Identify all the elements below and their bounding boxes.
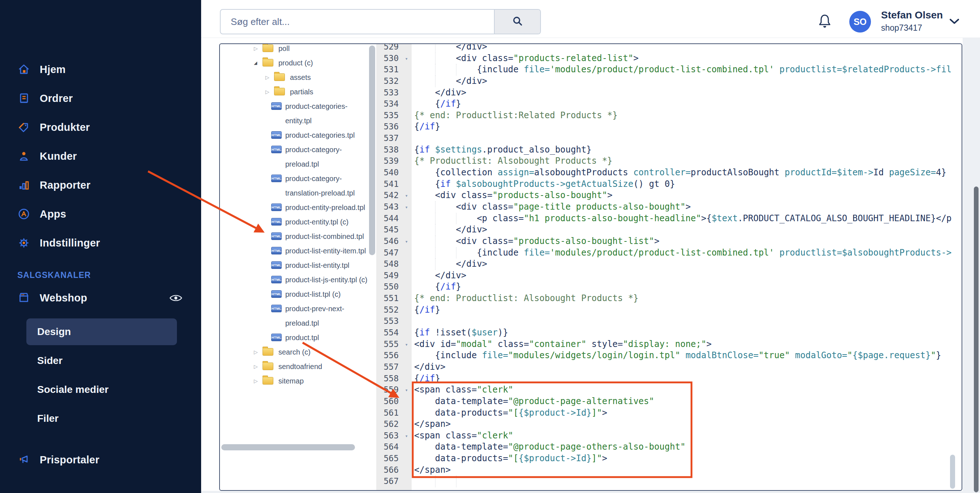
tree-node-product-list-tpl-c[interactable]: HTMLproduct-list.tpl (c)	[220, 287, 371, 302]
tree-node-product-list-combined-tpl[interactable]: HTMLproduct-list-combined.tpl	[220, 229, 371, 244]
sidebar-item-webshop[interactable]: Webshop	[0, 283, 201, 312]
sidebar-item-indstillinger[interactable]: Indstillinger	[0, 228, 201, 257]
expand-arrow-icon[interactable]: ▷	[266, 70, 274, 85]
storefront-icon	[18, 291, 30, 304]
code-line-544[interactable]: <p class="h1 products-also-bought-headli…	[414, 213, 962, 225]
sidebar-item-sider[interactable]: Sider	[0, 347, 201, 376]
code-line-549[interactable]: </div>	[414, 270, 962, 282]
code-line-530[interactable]: <div class="products-related-list">	[414, 53, 962, 64]
fold-arrow-icon[interactable]: ▾	[405, 53, 408, 65]
expand-arrow-icon[interactable]: ▷	[266, 85, 274, 99]
sidebar-item-rapporter[interactable]: Rapporter	[0, 171, 201, 199]
code-line-536[interactable]: {/if}	[414, 121, 962, 132]
notifications-bell-icon[interactable]	[818, 13, 832, 30]
tree-node-product-entity-preload-tpl[interactable]: HTMLproduct-entity-preload.tpl	[220, 200, 371, 215]
tree-node-product-c[interactable]: ◢product (c)	[220, 56, 371, 70]
code-line-566[interactable]: </span>	[414, 464, 962, 476]
fold-arrow-icon[interactable]: ▾	[405, 385, 408, 396]
code-line-557[interactable]: </div>	[414, 361, 962, 373]
code-line-555[interactable]: <div id="modal" class="container" style=…	[414, 339, 962, 350]
code-line-548[interactable]: </div>	[414, 258, 962, 270]
code-line-545[interactable]: </div>	[414, 224, 962, 236]
tree-node-product-prev-next-preload-tpl[interactable]: HTMLproduct-prev-next-preload.tpl	[220, 302, 371, 330]
expand-arrow-icon[interactable]: ▷	[254, 43, 262, 56]
code-line-538[interactable]: {if $settings.product_also_bought}	[414, 144, 962, 156]
sidebar-item-apps[interactable]: Apps	[0, 199, 201, 228]
fold-arrow-icon[interactable]: ▾	[405, 190, 408, 202]
code-line-550[interactable]: {/if}	[414, 281, 962, 293]
tree-node-poll[interactable]: ▷poll	[220, 43, 371, 56]
code-line-535[interactable]: {* end: Productlist:Related Products *}	[414, 110, 962, 121]
code-line-552[interactable]: {/if}	[414, 304, 962, 316]
code-line-540[interactable]: {collection assign=alsoboughtProducts co…	[414, 167, 962, 179]
fold-arrow-icon[interactable]: ▾	[405, 339, 408, 351]
code-line-542[interactable]: <div class="products-also-bought">	[414, 190, 962, 201]
code-line-529[interactable]: </div>	[414, 44, 962, 53]
search-button[interactable]	[494, 10, 540, 34]
code-line-553[interactable]	[414, 316, 962, 327]
code-line-558[interactable]: {/if}	[414, 373, 962, 385]
tree-node-partials[interactable]: ▷partials	[220, 85, 371, 99]
tree-node-sendtoafriend[interactable]: ▷sendtoafriend	[220, 359, 371, 374]
code-line-560[interactable]: data-template="@product-page-alternative…	[414, 396, 962, 407]
line-number: 534	[376, 98, 412, 110]
sidebar-item-produkter[interactable]: Produkter	[0, 113, 201, 142]
tree-node-product-categories-entity-tpl[interactable]: HTMLproduct-categories-entity.tpl	[220, 99, 371, 128]
code-line-561[interactable]: data-products="[{$product->Id}]">	[414, 407, 962, 419]
code-line-567[interactable]	[414, 475, 962, 487]
code-line-565[interactable]: data-products="[{$product->Id}]">	[414, 453, 962, 464]
tree-node-product-categories-tpl[interactable]: HTMLproduct-categories.tpl	[220, 128, 371, 142]
tree-node-assets[interactable]: ▷assets	[220, 70, 371, 85]
code-line-537[interactable]	[414, 132, 962, 144]
file-tree-horizontal-scrollbar[interactable]	[221, 444, 355, 450]
tree-node-product-category-preload-tpl[interactable]: HTMLproduct-category-preload.tpl	[220, 142, 371, 171]
code-line-532[interactable]: </div>	[414, 75, 962, 87]
code-line-547[interactable]: {include file='modules/product/product-l…	[414, 247, 962, 259]
tree-node-product-entity-tpl-c[interactable]: HTMLproduct-entity.tpl (c)	[220, 215, 371, 229]
html-file-icon: HTML	[271, 261, 282, 269]
tree-node-product-list-entity-item-tpl[interactable]: HTMLproduct-list-entity-item.tpl	[220, 244, 371, 258]
code-line-559[interactable]: <span class="clerk"	[414, 384, 962, 396]
tree-node-product-list-js-entity-tpl-c[interactable]: HTMLproduct-list-js-entity.tpl (c)	[220, 273, 371, 287]
expand-arrow-icon[interactable]: ▷	[254, 359, 262, 374]
tree-node-sitemap[interactable]: ▷sitemap	[220, 374, 371, 388]
fold-arrow-icon[interactable]: ▾	[405, 202, 408, 213]
code-line-541[interactable]: {if $alsoboughtProducts->getActualSize()…	[414, 179, 962, 190]
tree-node-product-tpl[interactable]: HTMLproduct.tpl	[220, 330, 371, 345]
fold-arrow-icon[interactable]: ▾	[405, 431, 408, 442]
sidebar-item-ordrer[interactable]: Ordrer	[0, 84, 201, 113]
code-line-556[interactable]: {include file="modules/widgets/login/log…	[414, 350, 962, 361]
code-line-534[interactable]: {/if}	[414, 98, 962, 110]
sidebar-item-design[interactable]: Design	[0, 318, 201, 347]
code-line-546[interactable]: <div class="products-also-bought-list">	[414, 236, 962, 247]
window-scrollbar[interactable]	[974, 187, 978, 492]
eye-icon[interactable]	[169, 294, 183, 303]
fold-arrow-icon[interactable]: ▾	[405, 236, 408, 247]
tree-node-product-list-entity-tpl[interactable]: HTMLproduct-list-entity.tpl	[220, 258, 371, 273]
avatar[interactable]: SO	[849, 11, 871, 32]
sidebar-item-sociale-medier[interactable]: Sociale medier	[0, 376, 201, 405]
expand-arrow-icon[interactable]: ▷	[254, 345, 262, 359]
sidebar-item-kunder[interactable]: Kunder	[0, 142, 201, 171]
expand-arrow-icon[interactable]: ▷	[254, 374, 262, 388]
code-line-562[interactable]: </span>	[414, 418, 962, 430]
collapse-arrow-icon[interactable]: ◢	[254, 56, 262, 70]
code-editor[interactable]: </div><div class="products-related-list"…	[412, 44, 962, 490]
tree-node-product-category-translation-preload-tpl[interactable]: HTMLproduct-category-translation-preload…	[220, 171, 371, 200]
code-line-531[interactable]: {include file='modules/product/product-l…	[414, 64, 962, 75]
code-line-551[interactable]: {* end: Productlist: Alsobought Products…	[414, 293, 962, 304]
code-line-543[interactable]: <div class="page-title products-also-bou…	[414, 201, 962, 213]
code-line-563[interactable]: <span class="clerk"	[414, 430, 962, 442]
code-line-554[interactable]: {if !isset($user)}	[414, 327, 962, 339]
tree-node-search-c[interactable]: ▷search (c)	[220, 345, 371, 359]
sidebar-item-hjem[interactable]: Hjem	[0, 55, 201, 84]
chevron-down-icon[interactable]	[950, 19, 959, 24]
file-tree-vertical-scrollbar[interactable]	[369, 46, 375, 255]
code-line-539[interactable]: {* Productlist: Alsobought Products *}	[414, 155, 962, 167]
code-line-533[interactable]: </div>	[414, 87, 962, 99]
sidebar-item-filer[interactable]: Filer	[0, 405, 201, 434]
code-line-564[interactable]: data-template="@product-page-others-also…	[414, 441, 962, 453]
code-editor-scrollbar[interactable]	[950, 455, 955, 489]
search-input[interactable]	[221, 10, 494, 34]
sidebar-item-prisportaler[interactable]: Prisportaler	[0, 445, 201, 474]
